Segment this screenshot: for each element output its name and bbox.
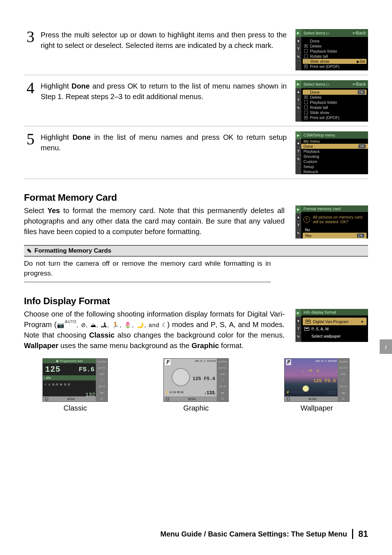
camera-screen-step3: ▶ ● Y ✎ Select items ▷ ↩Back Done Delete… [295, 29, 368, 70]
tab-icon: Y [295, 147, 301, 155]
option-digital-vari-program: Digital Vari-Program ▸ [303, 318, 367, 325]
checkbox-icon [304, 54, 308, 58]
item-custom: Custom [301, 159, 368, 164]
screen-header: Select items ▷ ↩Back [301, 80, 368, 88]
tab-icon: ✎ [295, 229, 301, 237]
screen-list: Done OK Delete Playback folder Rotate ta… [301, 88, 368, 122]
lcd-bottom-row: ⚡ ☑ 00 ⊞ 00 [ 132] [286, 391, 336, 396]
tab-icon: ✎ [295, 333, 301, 341]
screen-title: CSM/Setup menu [303, 133, 335, 137]
tab-playback-icon: ▶ [295, 131, 301, 139]
shutter-value: 125 [45, 365, 61, 374]
step-number: 3 [24, 29, 37, 45]
top-status-icons: ØN ⊘ ▭ NORM [195, 359, 216, 363]
note-title: Formatting Memory Cards [34, 247, 111, 254]
lcd-foot: ? ⊕Set [43, 396, 96, 401]
screen-panel: CSM/Setup menu My menu DoneOK Playback S… [301, 131, 368, 174]
screen-side-tabs: ▶ ● Y ✎ [295, 131, 301, 174]
screen-side-tabs: ▶ ● Y ✎ [295, 29, 301, 70]
item-print-set: Print set (DPOF) [303, 115, 367, 120]
item-retouch: Retouch [301, 169, 368, 174]
tab-icon: Y [295, 96, 301, 104]
item-playback: Playback [301, 149, 368, 154]
screen-panel: Select items ▷ ↩Back Done Delete Playbac… [301, 29, 368, 70]
screen-title: Info display format [301, 309, 368, 315]
screen-header: CSM/Setup menu [301, 131, 368, 139]
screen-title: Select items ▷ [303, 82, 329, 87]
tab-icon: Y [295, 325, 301, 333]
heading-format-memory-card: Format Memory Card [24, 192, 368, 203]
item-delete: Delete [303, 44, 367, 49]
item-setup: Setup [301, 164, 368, 169]
item-playback-folder: Playback folder [303, 100, 367, 105]
tab-playback-icon: ▶ [295, 80, 301, 88]
checkbox-icon [304, 95, 308, 99]
lcd-classic: ▣ Programmed auto 125 F5.6 ▫ ØN 132 ⚡ ☑ … [42, 358, 108, 402]
lcd-side-panel: NORM AUTO 200 ☐ AF-A ▬ ⊡ [217, 359, 228, 401]
tab-icon: ● [295, 88, 301, 96]
item-rotate-tall: Rotate tall [303, 105, 367, 110]
step-4: 4 Highlight Done and press OK to return … [24, 80, 368, 126]
format-card-body: Select Yes to format the memory card. No… [24, 205, 285, 237]
lcd-foot: ? ⊕Set [285, 396, 338, 401]
display-format-examples: ▣ Programmed auto 125 F5.6 ▫ ØN 132 ⚡ ☑ … [24, 358, 368, 412]
tab-icon: ● [295, 317, 301, 325]
scene-icons: ☼ 🗺 ❖ [285, 369, 338, 373]
help-icon: ? [166, 397, 169, 401]
lcd-side-panel: NORM AUTO 200 ☐ AF-A ▬ ⊡ [338, 359, 349, 401]
step-text: Highlight Done and press OK to return to… [41, 80, 295, 102]
mode-classic: ▣ Programmed auto 125 F5.6 ▫ ØN 132 ⚡ ☑ … [24, 358, 127, 412]
mode-icons: 📷AUTO, ⊘, ⛰, 🏞, 🏃, 🌷, 🌙, and ☾ [57, 322, 167, 328]
page-footer: Menu Guide / Basic Camera Settings: The … [160, 529, 368, 539]
item-playback-folder: Playback folder [303, 49, 367, 54]
option-no: No [301, 227, 368, 233]
footer-divider [352, 529, 353, 539]
checkbox-icon [304, 44, 308, 48]
checkbox-icon [304, 65, 308, 68]
subhead-my-menu: My menu [301, 139, 368, 144]
play-icon: ▷ [326, 82, 329, 86]
exposure-values: 125 F5.6 [313, 378, 336, 384]
tab-playback-icon: ▶ [295, 309, 301, 317]
screen-panel: Format memory card ! All pictures on mem… [301, 205, 368, 238]
back-label: ↩Back [352, 82, 366, 87]
option-select-wallpaper: Select wallpaper [301, 332, 368, 340]
item-delete: Delete [303, 95, 367, 100]
screen-panel: Info display format Digital Vari-Program… [301, 309, 368, 342]
aperture-value: F5.6 [79, 366, 94, 373]
lcd-topbar: ▣ Programmed auto [43, 359, 96, 363]
mode-label: Graphic [145, 404, 248, 412]
checkbox-icon [304, 49, 308, 53]
heading-info-display-format: Info Display Format [24, 295, 368, 307]
item-done-selected: Done OK [303, 90, 367, 95]
mode-p-badge: P [286, 359, 291, 365]
top-status-icons: ØN ⊘ ▭ NORM [316, 359, 337, 363]
tab-playback-icon: ▶ [295, 29, 301, 37]
page-number: 81 [358, 529, 368, 539]
panel-icon [306, 320, 311, 323]
screen-title: Select items ▷ [303, 31, 329, 36]
help-icon: ? [45, 397, 48, 401]
checkbox-icon [304, 116, 308, 119]
tab-icon: ● [295, 37, 301, 45]
ok-badge: OK [358, 90, 365, 94]
item-slideshow: Slide show [303, 110, 367, 115]
tab-icon: Y [295, 45, 301, 53]
screen-title: Format memory card [301, 205, 368, 212]
set-label: ▶Set [357, 60, 365, 64]
option-psam: P, S, A, M [301, 325, 368, 332]
item-shooting: Shooting [301, 154, 368, 159]
lcd-bottom-row: ⚡ ☑ 0.0 ⊞ 0.0 [44, 383, 94, 387]
lcd-side-panel: NORM AUTO 200 ☐ AF-A ▬ ⊡ [96, 359, 107, 401]
checkbox-icon [304, 106, 308, 109]
camera-screen-info-display: ▶ ● Y ✎ Info display format Digital Vari… [295, 309, 368, 342]
back-label: ↩Back [352, 30, 366, 36]
lcd-midbar: ▫ ØN 132 [43, 375, 96, 380]
step-text: Press the multi selector up or down to h… [41, 29, 295, 51]
mode-p-badge: P [165, 359, 171, 365]
screen-side-tabs: ▶ ● Y ✎ [295, 80, 301, 122]
lcd-graphic: P ØN ⊘ ▭ NORM 125 F5.6 ⚡ ☑ 00 ⊞ 00 [ 132… [163, 358, 229, 402]
tab-icon: ● [295, 213, 301, 221]
mode-label: Wallpaper [265, 404, 368, 412]
step-3: 3 Press the multi selector up or down to… [24, 29, 368, 75]
